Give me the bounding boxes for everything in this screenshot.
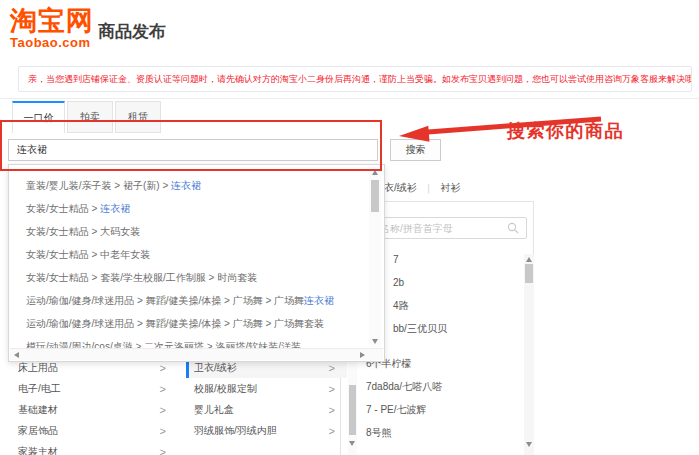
brand-item[interactable]: 6个半柠檬 <box>366 352 516 375</box>
chevron-right-icon: > <box>329 425 335 437</box>
scroll-down-icon[interactable] <box>526 442 532 447</box>
pricing-tabs: 一口价拍卖租赁 <box>12 101 163 133</box>
chevron-right-icon: > <box>160 383 166 395</box>
root-category-item[interactable]: 家装主材> <box>18 441 175 455</box>
chevron-right-icon: > <box>160 446 166 455</box>
brand-item[interactable]: 2b <box>366 271 516 294</box>
tab-label: 拍卖 <box>80 110 100 124</box>
suggestion-path: 运动/瑜伽/健身/球迷用品 > 舞蹈/健美操/体操 > 广场舞 > 广场舞套装 <box>26 318 324 329</box>
tab-一口价[interactable]: 一口价 <box>12 101 65 133</box>
suggestion-path: 女装/女士精品 > 中老年女装 <box>26 249 150 260</box>
sub-category-item[interactable]: 校服/校服定制> <box>186 378 347 399</box>
scroll-up-icon[interactable] <box>526 257 532 262</box>
tab-label: 一口价 <box>24 111 54 125</box>
category-label: 家居饰品 <box>18 424 58 438</box>
suggestion-path: 模玩/动漫/周边/cos/桌游 > 二次元洛丽塔 > 洛丽塔/软妹装/洋装 <box>26 341 301 348</box>
suggestion-path: 童装/婴儿装/亲子装 > 裙子(新) > <box>26 180 171 191</box>
scroll-down-icon[interactable] <box>372 339 378 344</box>
divider <box>0 98 699 99</box>
root-category-item[interactable]: 家居饰品> <box>18 420 175 441</box>
chevron-right-icon: > <box>329 404 335 416</box>
security-notice-bar: 亲，当您遇到店铺保证金、资质认证等问题时，请先确认对方的淘宝小二身份后再沟通，谨… <box>18 66 692 92</box>
chevron-right-icon: > <box>329 383 335 395</box>
dropdown-scrollbar-vertical[interactable] <box>369 167 381 347</box>
chevron-right-icon: > <box>329 362 335 374</box>
suggestion-list: 童装/婴儿装/亲子装 > 裙子(新) > 连衣裙女装/女士精品 > 连衣裙女装/… <box>9 165 367 348</box>
suggestion-item[interactable]: 运动/瑜伽/健身/球迷用品 > 舞蹈/健美操/体操 > 广场舞 > 广场舞套装 <box>26 312 367 335</box>
suggestion-item[interactable]: 女装/女士精品 > 套装/学生校服/工作制服 > 时尚套装 <box>26 266 367 289</box>
brand-item[interactable]: 8号熊 <box>366 421 516 444</box>
suggestion-keyword: 连衣裙 <box>304 295 334 306</box>
subcategory-scrollbar[interactable] <box>348 357 357 455</box>
category-label: 电子/电工 <box>18 382 61 396</box>
sub-category-list: 卫衣/绒衫>校服/校服定制>婴儿礼盒>羽绒服饰/羽绒内胆> <box>186 357 347 441</box>
suggestion-item[interactable]: 运动/瑜伽/健身/球迷用品 > 舞蹈/健美操/体操 > 广场舞 > 广场舞连衣裙 <box>26 289 367 312</box>
suggestion-item[interactable]: 女装/女士精品 > 大码女装 <box>26 220 367 243</box>
category-label: 卫衣/绒衫 <box>194 361 237 375</box>
chevron-right-icon: > <box>160 362 166 374</box>
suggestion-path: 女装/女士精品 > 套装/学生校服/工作制服 > 时尚套装 <box>26 272 257 283</box>
brand-scrollbar[interactable] <box>524 254 534 455</box>
suggestion-path: 女装/女士精品 > <box>26 203 100 214</box>
scrollbar-thumb[interactable] <box>525 264 533 283</box>
root-category-item[interactable]: 基础建材> <box>18 399 175 420</box>
page-title: 商品发布 <box>98 20 166 43</box>
scroll-left-icon[interactable] <box>14 352 19 358</box>
suggestion-item[interactable]: 模玩/动漫/周边/cos/桌游 > 二次元洛丽塔 > 洛丽塔/软妹装/洋装 <box>26 335 367 348</box>
chevron-right-icon: > <box>160 404 166 416</box>
category-label: 校服/校服定制 <box>194 382 257 396</box>
recent-category-link[interactable]: 衬衫 <box>441 182 461 193</box>
chevron-right-icon: > <box>160 425 166 437</box>
suggestion-item[interactable]: 童装/婴儿装/亲子装 > 裙子(新) > 连衣裙 <box>26 174 367 197</box>
category-label: 床上用品 <box>18 361 58 375</box>
brand-list: 72b4路bb/三优贝贝6个半柠檬7da8da/七嗒八嗒7 - PE/七波辉8号… <box>366 248 516 444</box>
tab-label: 租赁 <box>128 110 148 124</box>
scroll-up-icon[interactable] <box>372 170 378 175</box>
suggestion-keyword: 连衣裙 <box>171 180 201 191</box>
suggestion-item[interactable]: 女装/女士精品 > 连衣裙 <box>26 197 367 220</box>
page: 淘宝网 Taobao.com 商品发布 亲，当您遇到店铺保证金、资质认证等问题时… <box>0 0 699 455</box>
search-button[interactable]: 搜索 <box>390 139 441 161</box>
taobao-logo: 淘宝网 Taobao.com <box>10 6 94 50</box>
category-label: 基础建材 <box>18 403 58 417</box>
recent-separator: ｜ <box>424 182 434 193</box>
scrollbar-thumb[interactable] <box>349 385 356 435</box>
tab-租赁[interactable]: 租赁 <box>115 101 161 133</box>
dropdown-scrollbar-horizontal[interactable] <box>10 348 383 360</box>
annotation-label: 搜索你的商品 <box>507 119 624 143</box>
brand-item[interactable]: 7 - PE/七波辉 <box>366 398 516 421</box>
category-label: 家装主材 <box>18 445 58 455</box>
scrollbar-thumb[interactable] <box>371 180 379 212</box>
suggestion-path: 女装/女士精品 > 大码女装 <box>26 226 140 237</box>
sub-category-item[interactable]: 婴儿礼盒> <box>186 399 347 420</box>
brand-item[interactable]: 4路 <box>366 294 516 317</box>
suggestion-item[interactable]: 女装/女士精品 > 中老年女装 <box>26 243 367 266</box>
brand-item[interactable]: 7da8da/七嗒八嗒 <box>366 375 516 398</box>
brand-item[interactable]: 7 <box>366 248 516 271</box>
recent-categories: 卫衣/绒衫｜衬衫 <box>374 181 461 195</box>
category-label: 羽绒服饰/羽绒内胆 <box>194 424 277 438</box>
sub-category-item[interactable]: 羽绒服饰/羽绒内胆> <box>186 420 347 441</box>
suggestion-keyword: 连衣裙 <box>100 203 130 214</box>
category-label: 婴儿礼盒 <box>194 403 234 417</box>
category-suggestion-dropdown: 童装/婴儿装/亲子装 > 裙子(新) > 连衣裙女装/女士精品 > 连衣裙女装/… <box>8 164 385 362</box>
scroll-down-icon[interactable] <box>349 441 355 446</box>
root-category-list: 床上用品>电子/电工>基础建材>家居饰品>家装主材> <box>18 357 175 455</box>
suggestion-path: 运动/瑜伽/健身/球迷用品 > 舞蹈/健美操/体操 > 广场舞 > 广场舞 <box>26 295 304 306</box>
taobao-logo-cn: 淘宝网 <box>10 6 94 36</box>
taobao-logo-en: Taobao.com <box>10 36 94 50</box>
search-icon <box>507 222 519 234</box>
product-search-input[interactable] <box>8 139 378 161</box>
security-notice-text: 亲，当您遇到店铺保证金、资质认证等问题时，请先确认对方的淘宝小二身份后再沟通，谨… <box>28 73 692 86</box>
root-category-item[interactable]: 电子/电工> <box>18 378 175 399</box>
tab-拍卖[interactable]: 拍卖 <box>67 101 113 133</box>
scroll-right-icon[interactable] <box>360 352 365 358</box>
brand-item[interactable]: bb/三优贝贝 <box>366 317 516 340</box>
